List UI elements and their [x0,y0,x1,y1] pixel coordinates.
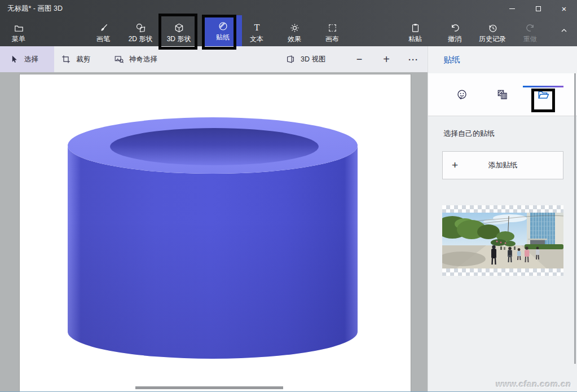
close-icon: × [562,5,567,13]
select-tool-button[interactable]: 选择 [0,46,54,72]
more-options-button[interactable]: ··· [402,46,425,72]
sun-effects-icon [289,23,300,33]
folder-icon [14,23,24,33]
history-button[interactable]: 历史记录 [473,19,512,45]
chevron-up-icon [560,26,569,35]
redo-button[interactable]: 重做 [512,19,548,45]
brush-tool-button[interactable]: 画笔 [85,19,121,45]
text-tool-button[interactable]: T 文本 [239,19,275,45]
add-sticker-label: 添加贴纸 [488,160,518,170]
tab-sticker-sheets[interactable] [482,73,523,116]
magic-select-icon [114,54,124,64]
3d-view-button[interactable]: 3D 视图 [285,46,325,72]
undo-button[interactable]: 撤消 [437,19,473,45]
maximize-icon [536,6,541,11]
plus-icon: + [383,53,390,66]
brush-icon [98,23,109,33]
ellipsis-icon: ··· [408,55,419,64]
cursor-arrow-icon [9,54,19,64]
shapes-2d-icon [135,23,146,33]
3d-shapes-button[interactable]: 3D 形状 [161,19,197,45]
text-icon: T [252,23,262,33]
panel-scrollbar[interactable] [574,73,576,364]
tab-emoji-stickers[interactable] [442,73,482,116]
titlebar[interactable]: 无标题* - 画图 3D × [0,0,577,17]
effects-button[interactable]: 效果 [276,19,312,45]
campus-photo [442,213,563,268]
watermark: www.cfan.com.cn [496,379,571,389]
sticker-icon [218,21,228,32]
stickers-panel: 贴纸 [428,46,577,392]
paste-button[interactable]: 粘贴 [397,19,433,45]
stickers-button[interactable]: 贴纸 [204,15,242,46]
workspace [0,72,428,392]
app-header: 无标题* - 画图 3D × 菜单 画笔 [0,0,577,46]
clipboard-paste-icon [410,23,421,33]
canvas-button[interactable]: 画布 [314,19,350,45]
canvas-horizontal-scrollbar[interactable] [135,386,283,389]
panel-title: 贴纸 [443,46,460,73]
svg-text:T: T [254,23,259,32]
section-label: 选择自己的贴纸 [443,129,495,139]
minimize-icon [509,8,515,9]
open-folder-icon [537,89,549,101]
2d-shapes-button[interactable]: 2D 形状 [122,19,158,45]
redo-icon [525,23,536,33]
zoom-in-button[interactable]: + [375,46,398,72]
collapse-ribbon-button[interactable] [556,23,572,38]
emoji-sticker-icon [456,89,468,101]
canvas-icon [327,23,338,33]
add-sticker-button[interactable]: + 添加贴纸 [442,151,563,179]
3d-cylinder-object[interactable] [68,117,358,360]
crop-icon [61,54,71,64]
maximize-button[interactable] [525,0,551,17]
magic-select-button[interactable]: 神奇选择 [114,46,157,72]
zoom-out-button[interactable]: − [348,46,371,72]
sticker-sheets-icon [496,89,509,101]
minus-icon: − [356,54,363,65]
3d-view-icon [285,54,296,64]
plus-icon: + [452,159,458,171]
minimize-button[interactable] [499,0,525,17]
crop-tool-button[interactable]: 裁剪 [61,46,90,72]
close-button[interactable]: × [551,0,577,17]
window-title: 无标题* - 画图 3D [7,0,63,17]
paint3d-window: 无标题* - 画图 3D × 菜单 画笔 [0,0,577,392]
menu-button[interactable]: 菜单 [1,19,37,45]
undo-icon [450,23,460,33]
cube-3d-icon [174,23,184,33]
history-icon [487,23,498,33]
panel-header: 贴纸 [428,46,577,73]
sticker-tabs [428,73,577,116]
drawing-canvas[interactable] [20,74,411,392]
sticker-thumbnail[interactable] [442,205,563,276]
tab-custom-stickers[interactable] [523,73,563,116]
